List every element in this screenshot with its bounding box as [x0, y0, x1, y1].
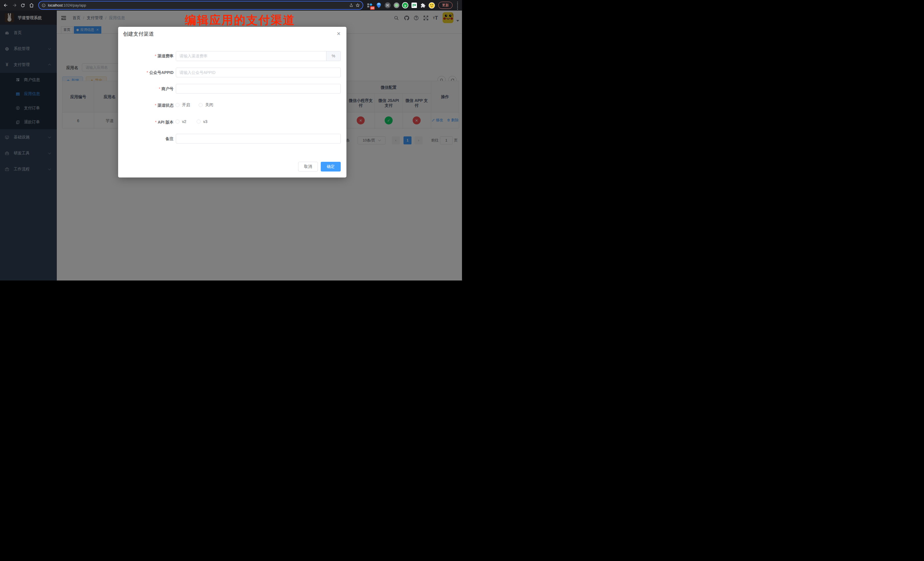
status-off-radio[interactable]: 关闭: [199, 102, 213, 108]
url-bar[interactable]: localhost:1024/pay/app: [39, 2, 363, 9]
radio-circle-icon: [199, 103, 202, 107]
status-on-radio[interactable]: 开启: [176, 102, 190, 108]
site-info-icon[interactable]: [42, 3, 46, 8]
extensions-puzzle-icon[interactable]: [420, 2, 426, 9]
app-window: 芋道管理系统 首页 系统管理 ¥ 支付管理: [0, 10, 462, 280]
ext-command-icon[interactable]: ⌘: [384, 2, 391, 9]
api-v3-radio[interactable]: v3: [196, 119, 207, 124]
ext-dot-icon[interactable]: [393, 2, 399, 9]
radio-circle-icon: [196, 120, 201, 123]
url-text: localhost:1024/pay/app: [48, 3, 347, 8]
ext-diamond-icon[interactable]: 10: [367, 2, 373, 9]
forward-icon[interactable]: [11, 2, 18, 9]
browser-chrome: localhost:1024/pay/app 10 ⌘ y: [0, 0, 462, 10]
api-v2-radio[interactable]: v2: [176, 119, 186, 124]
browser-update-button[interactable]: 更新: [438, 2, 453, 9]
cancel-button[interactable]: 取消: [298, 162, 318, 172]
status-field-label: *渠道状态: [155, 102, 174, 108]
ext-chat-icon[interactable]: [411, 2, 417, 9]
remark-input[interactable]: [176, 134, 341, 144]
browser-menu-icon[interactable]: ⋮⋮: [455, 1, 460, 10]
dialog-title: 创建支付渠道: [123, 30, 154, 38]
share-icon[interactable]: [349, 3, 353, 8]
rate-suffix: %: [326, 51, 340, 61]
merchant-field-label: *商户号: [159, 84, 174, 94]
profile-avatar-icon[interactable]: [429, 2, 435, 9]
create-channel-dialog: 创建支付渠道 ✕ *渠道费率 % *公众号APPID *商户号: [118, 27, 346, 177]
remark-field-label: 备注: [165, 134, 174, 144]
rate-field-label: *渠道费率: [155, 51, 174, 61]
appid-field-label: *公众号APPID: [147, 68, 174, 77]
ext-pin-icon[interactable]: [375, 2, 382, 9]
svg-text:y: y: [404, 4, 406, 7]
ext-y-icon[interactable]: y: [402, 2, 408, 9]
confirm-button[interactable]: 确定: [321, 162, 341, 172]
api-version-field-label: *API 版本: [155, 119, 174, 125]
ext-badge: 10: [370, 6, 375, 10]
radio-circle-icon: [176, 103, 180, 107]
extensions-row: 10 ⌘ y: [367, 2, 435, 9]
dialog-close-icon[interactable]: ✕: [337, 32, 341, 36]
home-icon[interactable]: [28, 2, 35, 9]
reload-icon[interactable]: [20, 2, 26, 9]
annotation-text: 编辑应用的支付渠道: [185, 12, 296, 28]
back-icon[interactable]: [2, 2, 9, 9]
screen: localhost:1024/pay/app 10 ⌘ y: [0, 0, 462, 280]
appid-input[interactable]: [176, 68, 341, 77]
merchant-input[interactable]: [176, 84, 341, 94]
radio-circle-icon: [176, 120, 180, 123]
rate-input[interactable]: [176, 51, 326, 61]
bookmark-star-icon[interactable]: [356, 3, 360, 8]
rate-input-group: %: [176, 51, 341, 61]
